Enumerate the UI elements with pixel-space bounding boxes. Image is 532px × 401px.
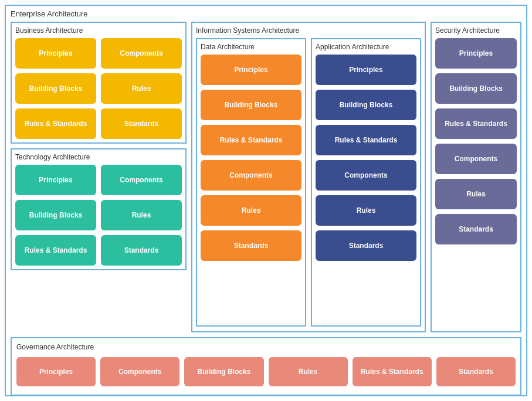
list-item[interactable]: Principles xyxy=(435,38,517,69)
tech-grid: Principles Components Building Blocks Ru… xyxy=(15,165,182,266)
list-item[interactable]: Rules & Standards xyxy=(15,108,96,139)
app-col: Principles Building Blocks Rules & Stand… xyxy=(316,55,416,261)
list-item[interactable]: Components xyxy=(435,144,517,174)
list-item[interactable]: Components xyxy=(101,165,182,195)
business-architecture: Business Architecture Principles Compone… xyxy=(11,22,187,144)
list-item[interactable]: Building Blocks xyxy=(316,90,416,120)
data-architecture: Data Architecture Principles Building Bl… xyxy=(196,38,306,327)
right-column: Security Architecture Principles Buildin… xyxy=(431,22,521,332)
technology-architecture: Technology Architecture Principles Compo… xyxy=(11,148,187,270)
list-item[interactable]: Components xyxy=(316,160,416,191)
list-item[interactable]: Standards xyxy=(101,235,182,266)
list-item[interactable]: Components xyxy=(101,38,182,69)
left-column: Business Architecture Principles Compone… xyxy=(11,22,187,332)
list-item[interactable]: Rules xyxy=(269,357,348,386)
info-systems-architecture: Information Systems Architecture Data Ar… xyxy=(191,22,426,332)
list-item[interactable]: Rules xyxy=(101,200,182,230)
governance-inner: Principles Components Building Blocks Ru… xyxy=(16,355,516,389)
list-item[interactable]: Rules & Standards xyxy=(15,235,96,266)
list-item[interactable]: Rules xyxy=(316,195,416,226)
info-inner: Data Architecture Principles Building Bl… xyxy=(196,38,421,327)
security-title: Security Architecture xyxy=(435,26,517,35)
enterprise-architecture: Enterprise Architecture Business Archite… xyxy=(5,5,527,396)
business-title: Business Architecture xyxy=(15,26,182,35)
list-item[interactable]: Building Blocks xyxy=(201,90,301,120)
list-item[interactable]: Components xyxy=(100,357,179,386)
list-item[interactable]: Principles xyxy=(15,38,96,69)
list-item[interactable]: Principles xyxy=(316,55,416,85)
list-item[interactable]: Rules & Standards xyxy=(353,357,432,386)
data-title: Data Architecture xyxy=(201,43,301,51)
list-item[interactable]: Rules & Standards xyxy=(316,125,416,155)
list-item[interactable]: Principles xyxy=(15,165,96,195)
list-item[interactable]: Standards xyxy=(201,230,301,261)
app-title: Application Architecture xyxy=(316,43,416,51)
data-col: Principles Building Blocks Rules & Stand… xyxy=(201,55,301,261)
governance-architecture: Governance Architecture Principles Compo… xyxy=(11,337,521,396)
list-item[interactable]: Rules xyxy=(435,179,517,209)
tech-title: Technology Architecture xyxy=(15,153,182,161)
main-content: Business Architecture Principles Compone… xyxy=(11,22,521,332)
list-item[interactable]: Standards xyxy=(316,230,416,261)
list-item[interactable]: Rules & Standards xyxy=(435,108,517,139)
list-item[interactable]: Components xyxy=(201,160,301,191)
list-item[interactable]: Principles xyxy=(201,55,301,85)
list-item[interactable]: Building Blocks xyxy=(15,73,96,104)
list-item[interactable]: Building Blocks xyxy=(15,200,96,230)
list-item[interactable]: Building Blocks xyxy=(435,73,517,104)
governance-title: Governance Architecture xyxy=(16,343,516,351)
list-item[interactable]: Rules xyxy=(201,195,301,226)
list-item[interactable]: Rules & Standards xyxy=(201,125,301,155)
list-item[interactable]: Standards xyxy=(436,357,516,386)
enterprise-title: Enterprise Architecture xyxy=(11,9,521,18)
list-item[interactable]: Standards xyxy=(435,214,517,244)
list-item[interactable]: Rules xyxy=(101,73,182,104)
list-item[interactable]: Standards xyxy=(101,108,182,139)
application-architecture: Application Architecture Principles Buil… xyxy=(311,38,421,327)
infosys-title: Information Systems Architecture xyxy=(196,26,421,35)
security-architecture: Security Architecture Principles Buildin… xyxy=(431,22,521,332)
list-item[interactable]: Principles xyxy=(16,357,96,386)
business-grid: Principles Components Building Blocks Ru… xyxy=(15,38,182,139)
list-item[interactable]: Building Blocks xyxy=(184,357,263,386)
security-col: Principles Building Blocks Rules & Stand… xyxy=(435,38,517,244)
middle-column: Information Systems Architecture Data Ar… xyxy=(191,22,426,332)
